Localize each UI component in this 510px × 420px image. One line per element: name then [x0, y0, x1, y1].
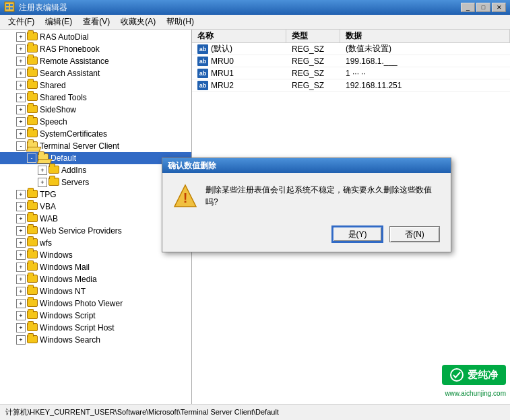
menu-view[interactable]: 查看(V)	[77, 15, 115, 29]
dialog-body: ! 删除某些注册表值会引起系统不稳定，确实要永久删除这些数值吗?	[162, 173, 451, 221]
close-button[interactable]: ✕	[492, 3, 506, 12]
svg-text:!: !	[183, 190, 188, 205]
watermark-text: 爱纯净	[468, 369, 498, 382]
maximize-button[interactable]: □	[476, 3, 490, 12]
svg-rect-0	[5, 2, 14, 11]
app-icon	[4, 1, 15, 14]
status-bar: 计算机\HKEY_CURRENT_USER\Software\Microsoft…	[0, 404, 510, 420]
menu-help[interactable]: 帮助(H)	[161, 15, 199, 29]
svg-rect-1	[6, 4, 9, 6]
dialog-yes-button[interactable]: 是(Y)	[332, 226, 383, 242]
warning-icon: !	[173, 184, 197, 210]
dialog-buttons: 是(Y) 否(N)	[162, 221, 451, 252]
menu-edit[interactable]: 编辑(E)	[40, 15, 77, 29]
menu-favorites[interactable]: 收藏夹(A)	[115, 15, 161, 29]
watermark-icon	[450, 368, 464, 382]
svg-rect-4	[10, 7, 13, 9]
dialog-overlay: 确认数值删除 ! 删除某些注册表值会引起系统不稳定，确实要永久删除这些数值吗? …	[0, 30, 510, 404]
dialog-message: 删除某些注册表值会引起系统不稳定，确实要永久删除这些数值吗?	[205, 184, 440, 208]
confirm-dialog: 确认数值删除 ! 删除某些注册表值会引起系统不稳定，确实要永久删除这些数值吗? …	[162, 158, 451, 252]
title-bar-buttons: _ □ ✕	[461, 3, 506, 12]
menu-file[interactable]: 文件(F)	[3, 15, 40, 29]
svg-rect-3	[6, 7, 9, 9]
dialog-no-button[interactable]: 否(N)	[389, 226, 440, 242]
title-bar: 注册表编辑器 _ □ ✕	[0, 0, 510, 15]
watermark: 爱纯净	[442, 365, 506, 385]
dialog-title: 确认数值删除	[168, 160, 216, 172]
svg-point-7	[451, 369, 463, 381]
minimize-button[interactable]: _	[461, 3, 475, 12]
window-title: 注册表编辑器	[19, 2, 67, 13]
svg-rect-2	[10, 4, 13, 6]
dialog-title-bar: 确认数值删除	[162, 158, 451, 173]
status-path: 计算机\HKEY_CURRENT_USER\Software\Microsoft…	[5, 407, 279, 417]
watermark-url: www.aichunjing.com	[445, 390, 506, 397]
menu-bar: 文件(F) 编辑(E) 查看(V) 收藏夹(A) 帮助(H)	[0, 15, 510, 30]
main-content: + RAS AutoDial + RAS Phonebook + Remote …	[0, 30, 510, 404]
